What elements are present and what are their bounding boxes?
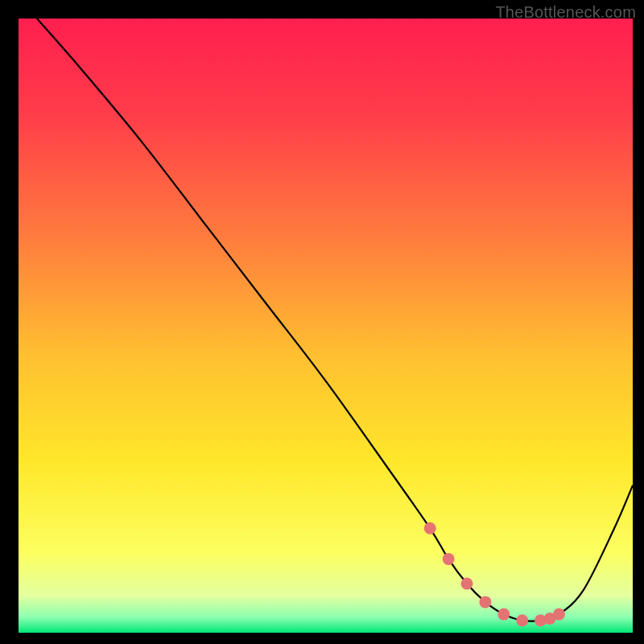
heat-gradient xyxy=(19,19,633,633)
bottleneck-chart: TheBottleneck.com xyxy=(0,0,644,644)
